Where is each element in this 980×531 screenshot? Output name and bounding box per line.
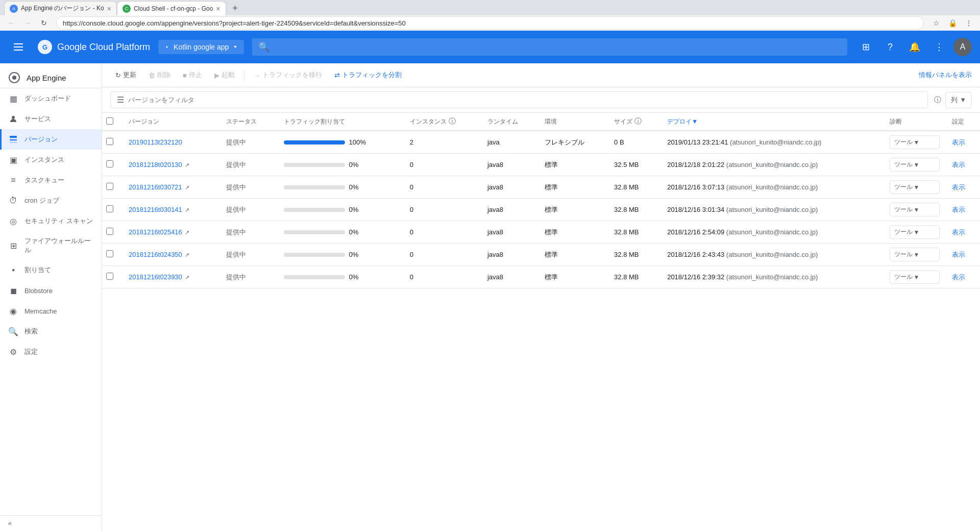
- tool-dropdown[interactable]: ツール ▼: [890, 180, 940, 194]
- version-link[interactable]: 20181216t025416: [129, 228, 182, 236]
- address-bar[interactable]: [56, 16, 924, 30]
- sidebar-item-cronjobs[interactable]: ⏱ cron ジョブ: [0, 190, 102, 211]
- tab1-close[interactable]: ×: [107, 5, 111, 13]
- new-tab-button[interactable]: +: [228, 1, 242, 15]
- sidebar-label-settings: 設定: [24, 347, 38, 356]
- services-icon: [8, 114, 18, 124]
- version-link[interactable]: 20181216t030141: [129, 206, 182, 213]
- tab2-close[interactable]: ×: [216, 5, 220, 13]
- row-env: 標準: [538, 176, 608, 199]
- sidebar-item-search[interactable]: 🔍 検索: [0, 321, 102, 342]
- extension-button[interactable]: 🔒: [945, 16, 960, 30]
- filter-input[interactable]: [128, 96, 921, 104]
- tool-dropdown-chevron: ▼: [914, 161, 920, 168]
- row-checkbox[interactable]: [106, 273, 113, 280]
- reload-button[interactable]: ↻: [37, 16, 51, 30]
- sidebar-collapse-button[interactable]: «: [0, 515, 102, 531]
- back-button[interactable]: ←: [4, 16, 18, 30]
- header-diagnose: 診断: [884, 113, 946, 131]
- version-link[interactable]: 20181218t020130: [129, 161, 182, 168]
- header-deploy[interactable]: デプロイ ▼: [661, 113, 883, 131]
- delete-button[interactable]: 🗑 削除: [143, 67, 176, 83]
- select-all-checkbox[interactable]: [106, 117, 113, 125]
- traffic-percentage: 0%: [349, 183, 364, 191]
- sidebar-item-firewall[interactable]: ⊞ ファイアウォールルール: [0, 231, 102, 260]
- versions-table: バージョン ステータス トラフィック割り当て インスタンス ⓘ ランタイム 環境: [102, 113, 980, 288]
- status-badge: 提供中: [226, 183, 246, 191]
- traffic-bar-cell: 0%: [284, 206, 398, 213]
- show-link[interactable]: 表示: [952, 228, 965, 236]
- row-checkbox[interactable]: [106, 228, 113, 235]
- row-checkbox[interactable]: [106, 160, 113, 167]
- forward-button[interactable]: →: [20, 16, 35, 30]
- stop-button[interactable]: ■ 停止: [178, 67, 207, 83]
- bookmark-button[interactable]: ☆: [929, 16, 943, 30]
- sidebar-item-versions[interactable]: バージョン: [0, 129, 102, 150]
- app-container: G Google Cloud Platform Kotlin google ap…: [0, 31, 980, 531]
- row-checkbox[interactable]: [106, 138, 113, 145]
- avatar-button[interactable]: A: [953, 38, 972, 56]
- show-link[interactable]: 表示: [952, 273, 965, 281]
- sidebar-item-dashboard[interactable]: ▦ ダッシュボード: [0, 88, 102, 109]
- browser-tab-1[interactable]: A App Engine のバージョン - Ko ×: [4, 1, 117, 15]
- search-icon: 🔍: [258, 41, 270, 53]
- row-deploy: 2018/12/16 3:07:13 (atsunori_kunito@nian…: [661, 176, 883, 199]
- grid-icon-button[interactable]: ⊞: [855, 37, 876, 57]
- external-link-icon: ↗: [185, 162, 189, 168]
- version-link[interactable]: 20190113t232120: [129, 138, 182, 146]
- columns-button[interactable]: 列 ▼: [945, 92, 972, 108]
- row-runtime: java8: [481, 154, 538, 176]
- tool-dropdown[interactable]: ツール ▼: [890, 135, 940, 149]
- table-row: 20181216t025416 ↗ 提供中 0% 0 java8 標準 32.8…: [102, 221, 980, 244]
- info-panel-link[interactable]: 情報パネルを表示: [919, 70, 972, 80]
- sidebar-item-services[interactable]: サービス: [0, 109, 102, 129]
- tool-dropdown[interactable]: ツール ▼: [890, 270, 940, 284]
- version-link[interactable]: 20181216t023930: [129, 273, 182, 281]
- tool-dropdown[interactable]: ツール ▼: [890, 225, 940, 239]
- size-info-icon[interactable]: ⓘ: [634, 117, 642, 126]
- refresh-button[interactable]: ↻ 更新: [110, 67, 141, 83]
- sidebar-item-blobstore[interactable]: ◼ Blobstore: [0, 280, 102, 301]
- search-input[interactable]: [274, 43, 841, 51]
- notification-bell-button[interactable]: 🔔: [904, 37, 925, 57]
- start-button[interactable]: ▶ 起動: [209, 67, 240, 83]
- hamburger-button[interactable]: [8, 37, 29, 57]
- row-deploy: 2018/12/16 3:01:34 (atsunori_kunito@nian…: [661, 199, 883, 221]
- row-traffic: 0%: [278, 199, 404, 221]
- row-checkbox[interactable]: [106, 205, 113, 212]
- row-diagnose: ツール ▼: [884, 266, 946, 288]
- row-checkbox[interactable]: [106, 250, 113, 257]
- version-link[interactable]: 20181216t024350: [129, 251, 182, 258]
- row-version: 20181216t025416 ↗: [122, 221, 220, 244]
- row-checkbox[interactable]: [106, 183, 113, 190]
- split-button[interactable]: ⇄ トラフィックを分割: [329, 67, 407, 83]
- help-icon-button[interactable]: ?: [880, 37, 900, 57]
- sidebar-item-settings[interactable]: ⚙ 設定: [0, 342, 102, 362]
- project-selector[interactable]: Kotlin google app: [158, 40, 244, 54]
- sidebar-item-instances[interactable]: ▣ インスタンス: [0, 150, 102, 170]
- external-link-icon: ↗: [185, 207, 189, 213]
- instances-info-icon[interactable]: ⓘ: [449, 117, 456, 126]
- show-link[interactable]: 表示: [952, 251, 965, 258]
- browser-tab-2[interactable]: C Cloud Shell - cf-on-gcp - Goo ×: [117, 1, 226, 15]
- tool-dropdown[interactable]: ツール ▼: [890, 158, 940, 172]
- sidebar-item-taskqueue[interactable]: ≡ タスクキュー: [0, 170, 102, 190]
- version-link[interactable]: 20181216t030721: [129, 183, 182, 191]
- start-icon: ▶: [214, 71, 219, 79]
- migrate-button[interactable]: → トラフィックを移行: [249, 67, 327, 83]
- show-link[interactable]: 表示: [952, 206, 965, 213]
- tool-dropdown[interactable]: ツール ▼: [890, 248, 940, 261]
- traffic-bar-fill: [284, 140, 345, 144]
- tool-dropdown[interactable]: ツール ▼: [890, 203, 940, 216]
- more-vert-button[interactable]: ⋮: [929, 37, 949, 57]
- show-link[interactable]: 表示: [952, 183, 965, 191]
- filter-info-icon[interactable]: ⓘ: [934, 95, 941, 105]
- sidebar-item-security[interactable]: ◎ セキュリティ スキャン: [0, 211, 102, 231]
- sidebar-item-allocation[interactable]: ▪ 割り当て: [0, 260, 102, 280]
- show-link[interactable]: 表示: [952, 161, 965, 168]
- show-link[interactable]: 表示: [952, 138, 965, 146]
- sidebar-item-memcache[interactable]: ◉ Memcache: [0, 301, 102, 321]
- tool-dropdown-chevron: ▼: [914, 139, 920, 146]
- menu-button[interactable]: ⋮: [962, 16, 976, 30]
- svg-point-9: [12, 116, 15, 119]
